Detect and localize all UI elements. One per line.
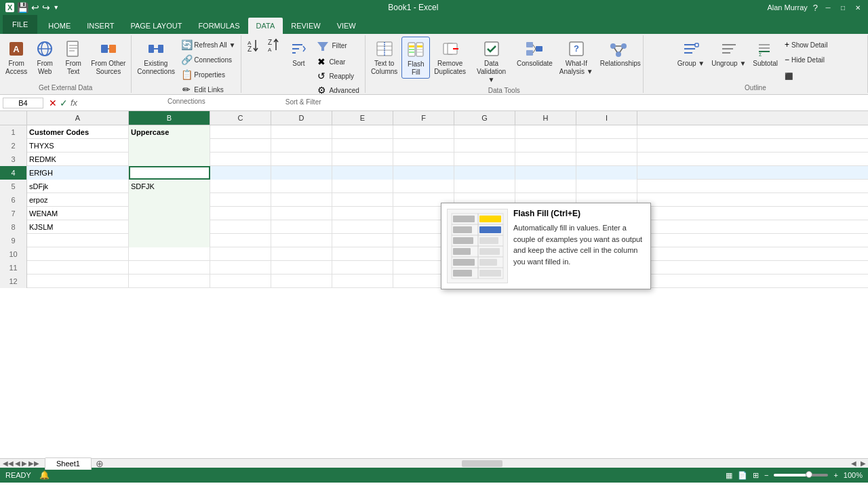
h-scroll-right-arrow[interactable]: ▶ (859, 460, 868, 467)
col-header-H[interactable]: H (515, 111, 576, 125)
col-header-A[interactable]: A (27, 111, 129, 125)
tab-file[interactable]: FILE (3, 15, 37, 34)
properties-button[interactable]: 📋 Properties (178, 68, 238, 81)
cell-H3[interactable] (515, 152, 576, 166)
relationships-button[interactable]: Relationships (597, 37, 640, 69)
cell-A9[interactable] (27, 234, 129, 247)
col-header-G[interactable]: G (454, 111, 515, 125)
cell-A7[interactable]: WENAM (27, 207, 129, 220)
cell-G1[interactable] (454, 125, 515, 139)
cell-B9[interactable] (129, 234, 210, 247)
hide-detail-button[interactable]: − Hide Detail (782, 53, 836, 66)
cell-B6[interactable] (129, 193, 210, 207)
view-normal-icon[interactable]: ▦ (726, 471, 732, 480)
tab-review[interactable]: REVIEW (283, 18, 328, 34)
sort-za-button[interactable]: ZA (264, 37, 283, 69)
cell-A10[interactable] (27, 247, 129, 261)
cell-B7[interactable] (129, 207, 210, 220)
cell-C7[interactable] (210, 207, 271, 220)
cell-A1[interactable]: Customer Codes (27, 125, 129, 139)
cell-F1[interactable] (393, 125, 454, 139)
tab-home[interactable]: HOME (40, 18, 79, 34)
zoom-out-icon[interactable]: − (764, 471, 768, 479)
cell-D8[interactable] (271, 220, 332, 234)
cell-C8[interactable] (210, 220, 271, 234)
cell-C4[interactable] (210, 166, 271, 180)
advanced-button[interactable]: ⚙ Advanced (313, 83, 361, 97)
col-header-E[interactable]: E (332, 111, 393, 125)
existing-connections-button[interactable]: ExistingConnections (134, 37, 177, 77)
filter-button[interactable]: Filter (313, 38, 354, 54)
cell-E3[interactable] (332, 152, 393, 166)
cell-E4[interactable] (332, 166, 393, 180)
from-access-button[interactable]: A FromAccess (3, 37, 30, 77)
close-btn[interactable]: ✕ (853, 3, 863, 12)
cell-C3[interactable] (210, 152, 271, 166)
view-layout-icon[interactable]: 📄 (738, 471, 747, 480)
cell-A12[interactable] (27, 274, 129, 288)
refresh-all-button[interactable]: 🔄 Refresh All ▼ (178, 38, 238, 52)
cell-C6[interactable] (210, 193, 271, 207)
cell-D3[interactable] (271, 152, 332, 166)
reapply-button[interactable]: ↺ Reapply (313, 69, 357, 83)
tab-insert[interactable]: INSERT (79, 18, 122, 34)
scroll-nav-next[interactable]: ▶ (22, 460, 27, 467)
cell-F5[interactable] (393, 180, 454, 193)
cancel-formula-icon[interactable]: ✕ (49, 98, 57, 108)
tab-view[interactable]: VIEW (329, 18, 364, 34)
cell-D11[interactable] (271, 261, 332, 274)
cell-E10[interactable] (332, 247, 393, 261)
col-header-B[interactable]: B (129, 111, 210, 125)
cell-C11[interactable] (210, 261, 271, 274)
cell-C12[interactable] (210, 274, 271, 288)
from-web-button[interactable]: FromWeb (31, 37, 58, 77)
cell-H5[interactable] (515, 180, 576, 193)
tab-data[interactable]: DATA (248, 18, 283, 34)
cell-A6[interactable]: erpoz (27, 193, 129, 207)
sort-button[interactable]: Sort (285, 37, 312, 69)
cell-reference-box[interactable]: B4 (3, 98, 43, 108)
confirm-formula-icon[interactable]: ✓ (60, 98, 68, 108)
h-scrollbar-track[interactable] (446, 460, 849, 467)
cell-A3[interactable]: REDMK (27, 152, 129, 166)
cell-H1[interactable] (515, 125, 576, 139)
cell-B11[interactable] (129, 261, 210, 274)
cell-I4[interactable] (576, 166, 637, 180)
cell-B12[interactable] (129, 274, 210, 288)
what-if-button[interactable]: ? What-IfAnalysis ▼ (557, 37, 596, 77)
zoom-in-icon[interactable]: + (833, 471, 837, 479)
maximize-btn[interactable]: □ (838, 3, 848, 12)
cell-B2[interactable] (129, 139, 210, 152)
show-detail-button[interactable]: + Show Detail (782, 38, 836, 52)
cell-G5[interactable] (454, 180, 515, 193)
outline-expand-button[interactable]: ⬛ (782, 69, 836, 83)
cell-C9[interactable] (210, 234, 271, 247)
cell-E11[interactable] (332, 261, 393, 274)
cell-G2[interactable] (454, 139, 515, 152)
cell-I1[interactable] (576, 125, 637, 139)
sheet-tab-1[interactable]: Sheet1 (45, 458, 92, 470)
cell-F2[interactable] (393, 139, 454, 152)
minimize-btn[interactable]: ─ (823, 3, 833, 12)
cell-D5[interactable] (271, 180, 332, 193)
scroll-nav-end[interactable]: ▶▶ (28, 460, 39, 467)
cell-C2[interactable] (210, 139, 271, 152)
zoom-slider[interactable] (774, 474, 828, 476)
h-scroll-left-arrow[interactable]: ◀ (849, 460, 859, 467)
cell-B3[interactable] (129, 152, 210, 166)
col-header-I[interactable]: I (576, 111, 637, 125)
scroll-nav-prev[interactable]: ◀ (15, 460, 20, 467)
cell-A2[interactable]: THYXS (27, 139, 129, 152)
cell-D10[interactable] (271, 247, 332, 261)
cell-A8[interactable]: KJSLM (27, 220, 129, 234)
cell-A5[interactable]: sDFjk (27, 180, 129, 193)
group-button[interactable]: Group ▼ (675, 37, 707, 69)
cell-E12[interactable] (332, 274, 393, 288)
cell-B4[interactable] (129, 166, 210, 180)
edit-links-button[interactable]: ✏ Edit Links (178, 83, 238, 96)
cell-E1[interactable] (332, 125, 393, 139)
cell-B1[interactable]: Uppercase (129, 125, 210, 139)
cell-C1[interactable] (210, 125, 271, 139)
remove-duplicates-button[interactable]: RemoveDuplicates (431, 37, 469, 77)
cell-G4[interactable] (454, 166, 515, 180)
